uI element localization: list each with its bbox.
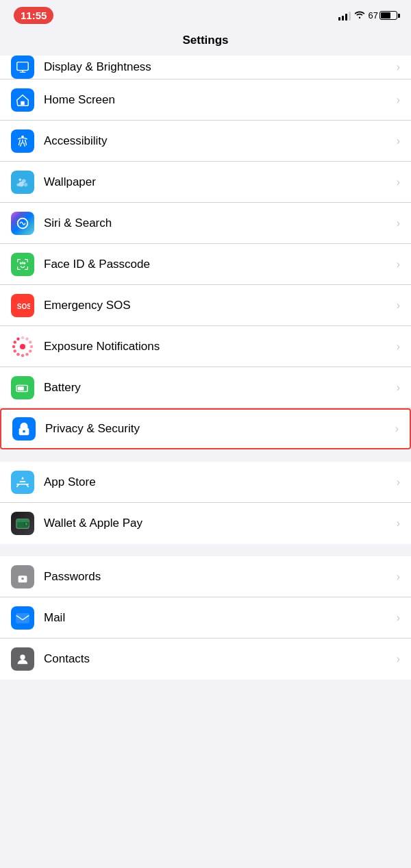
svg-point-12 xyxy=(24,262,25,264)
svg-point-17 xyxy=(30,345,33,347)
passwords-icon xyxy=(11,565,34,588)
svg-point-38 xyxy=(20,655,25,660)
svg-point-11 xyxy=(20,262,21,264)
settings-item-battery[interactable]: Battery › xyxy=(0,367,411,408)
svg-point-36 xyxy=(21,577,24,580)
siri-icon xyxy=(11,212,34,235)
settings-item-wallet[interactable]: Wallet & Apple Pay › xyxy=(0,503,411,544)
settings-item-emergency-sos[interactable]: SOS Emergency SOS › xyxy=(0,285,411,326)
chevron-icon: › xyxy=(397,299,400,312)
settings-item-face-id[interactable]: Face ID & Passcode › xyxy=(0,244,411,285)
svg-point-16 xyxy=(29,340,32,343)
battery-indicator: 67 xyxy=(369,10,397,21)
svg-point-8 xyxy=(24,182,28,186)
settings-group-top: Display & Brightness › Home Screen › xyxy=(0,55,411,449)
chevron-icon: › xyxy=(397,135,400,147)
chevron-icon: › xyxy=(397,653,400,665)
settings-group-3: Passwords › Mail › Contacts › xyxy=(0,556,411,680)
privacy-icon xyxy=(12,417,36,441)
mail-icon xyxy=(11,606,34,630)
settings-item-mail[interactable]: Mail › xyxy=(0,597,411,638)
status-bar: 11:55 67 xyxy=(0,0,411,28)
signal-icon xyxy=(338,11,351,21)
svg-point-24 xyxy=(14,340,16,343)
contacts-icon xyxy=(11,647,34,671)
svg-rect-3 xyxy=(21,101,25,105)
battery-icon xyxy=(11,376,34,399)
svg-point-19 xyxy=(25,353,28,356)
chevron-icon: › xyxy=(395,423,399,435)
settings-item-privacy[interactable]: Privacy & Security › xyxy=(0,408,411,449)
svg-rect-32 xyxy=(16,519,29,523)
svg-point-21 xyxy=(16,353,19,356)
settings-item-siri[interactable]: Siri & Search › xyxy=(0,203,411,244)
battery-icon xyxy=(379,11,397,20)
svg-point-9 xyxy=(16,183,20,186)
settings-item-contacts[interactable]: Contacts › xyxy=(0,638,411,680)
chevron-icon: › xyxy=(397,61,400,73)
settings-group-2: App Store › Wallet & Apple Pay › xyxy=(0,462,411,544)
settings-item-passwords[interactable]: Passwords › xyxy=(0,556,411,597)
home-screen-icon xyxy=(11,88,34,112)
settings-item-home-screen[interactable]: Home Screen › xyxy=(0,79,411,121)
svg-point-34 xyxy=(25,523,28,525)
chevron-icon: › xyxy=(397,217,400,230)
settings-group-1: Home Screen › Accessibility › xyxy=(0,79,411,449)
face-id-icon xyxy=(11,253,34,276)
status-time: 11:55 xyxy=(14,7,53,24)
settings-item-app-store[interactable]: App Store › xyxy=(0,462,411,503)
status-icons: 67 xyxy=(338,10,397,21)
chevron-icon: › xyxy=(397,258,400,271)
chevron-icon: › xyxy=(397,340,400,353)
svg-point-5 xyxy=(19,178,22,181)
partial-item[interactable]: Display & Brightness › xyxy=(0,55,411,79)
settings-item-wallpaper[interactable]: Wallpaper › xyxy=(0,162,411,203)
svg-point-30 xyxy=(23,430,25,433)
svg-point-25 xyxy=(16,337,19,340)
display-icon xyxy=(11,55,34,79)
svg-point-15 xyxy=(25,337,28,340)
svg-rect-0 xyxy=(17,62,29,71)
chevron-icon: › xyxy=(397,382,400,394)
svg-point-26 xyxy=(20,344,25,349)
svg-rect-37 xyxy=(16,613,29,623)
svg-point-14 xyxy=(21,336,24,338)
wallet-icon xyxy=(11,512,34,535)
chevron-icon: › xyxy=(397,476,400,488)
chevron-icon: › xyxy=(397,176,400,188)
wifi-icon xyxy=(354,10,365,21)
svg-rect-28 xyxy=(18,386,24,390)
accessibility-icon xyxy=(11,129,34,153)
wallpaper-icon xyxy=(11,171,34,194)
chevron-icon: › xyxy=(397,94,400,106)
exposure-icon xyxy=(11,335,34,358)
chevron-icon: › xyxy=(397,517,400,530)
svg-point-22 xyxy=(14,349,16,352)
settings-item-exposure[interactable]: Exposure Notifications › xyxy=(0,326,411,367)
svg-point-23 xyxy=(12,345,15,347)
emergency-sos-icon: SOS xyxy=(11,294,34,317)
app-store-icon xyxy=(11,471,34,494)
chevron-icon: › xyxy=(397,612,400,624)
chevron-icon: › xyxy=(397,571,400,583)
svg-point-20 xyxy=(21,354,24,356)
svg-text:SOS: SOS xyxy=(17,302,30,310)
settings-item-accessibility[interactable]: Accessibility › xyxy=(0,121,411,162)
svg-point-18 xyxy=(29,349,32,352)
page-title: Settings xyxy=(0,28,411,55)
